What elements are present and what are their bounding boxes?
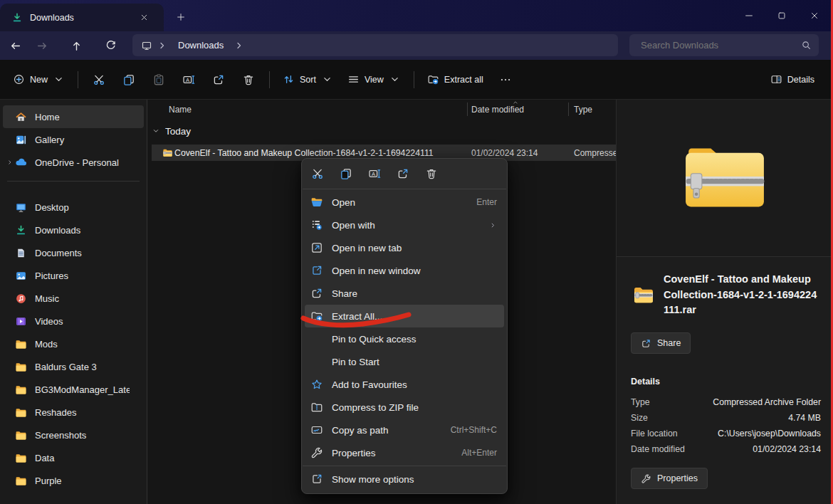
- back-icon[interactable]: [9, 40, 21, 52]
- menu-rename-button[interactable]: A: [363, 163, 386, 184]
- column-divider[interactable]: [467, 103, 468, 116]
- menu-item-share[interactable]: Share: [305, 282, 504, 305]
- new-tab-button[interactable]: [171, 7, 191, 27]
- menu-scissors-button[interactable]: [306, 163, 329, 184]
- sidebar-item-downloads[interactable]: Downloads: [3, 219, 144, 241]
- new-button[interactable]: New: [6, 67, 72, 93]
- copy-icon: [122, 73, 135, 86]
- sidebar-item-purple[interactable]: Purple: [3, 469, 144, 492]
- group-header-today[interactable]: Today: [152, 122, 191, 140]
- maximize-button[interactable]: [765, 0, 798, 31]
- properties-button-label: Properties: [657, 473, 698, 483]
- sidebar-item-onedrive-personal[interactable]: OneDrive - Personal: [3, 151, 144, 174]
- pin-icon: [130, 430, 140, 440]
- column-date-modified[interactable]: Date modified: [471, 105, 524, 115]
- sidebar-item-documents[interactable]: Documents: [3, 241, 144, 264]
- expander: [4, 294, 15, 303]
- gallery-icon: [15, 134, 27, 146]
- delete-button[interactable]: [234, 67, 263, 93]
- share-button[interactable]: [204, 67, 234, 93]
- sidebar-item-pictures[interactable]: Pictures: [3, 264, 144, 287]
- menu-item-label: Properties: [332, 448, 461, 458]
- sidebar-item-baldurs-gate-3[interactable]: Baldurs Gate 3: [3, 355, 144, 378]
- explorer-tab-downloads[interactable]: Downloads: [0, 4, 164, 31]
- sidebar-item-bg3modmanager-latest[interactable]: BG3ModManager_Latest: [3, 378, 144, 401]
- forward-icon[interactable]: [36, 40, 48, 52]
- sidebar-item-screenshots[interactable]: Screenshots: [3, 424, 144, 446]
- sidebar-item-label: Music: [35, 293, 130, 304]
- menu-separator: [303, 189, 506, 189]
- onedrive-icon: [15, 157, 27, 169]
- file-type: Compressed Archive Folder: [574, 148, 617, 158]
- paste-button[interactable]: [144, 67, 174, 93]
- menu-item-open-with[interactable]: Open with: [305, 214, 504, 236]
- share-button[interactable]: Share: [631, 332, 691, 354]
- menu-delete-button[interactable]: [420, 163, 443, 184]
- menu-item-open-in-new-tab[interactable]: Open in new tab: [305, 236, 504, 259]
- extract-all-button[interactable]: Extract all: [420, 67, 491, 93]
- menu-item-extract-all[interactable]: Extract All...: [305, 305, 504, 327]
- column-type[interactable]: Type: [574, 105, 592, 115]
- title-bar: Downloads: [0, 0, 833, 31]
- menu-item-pin-to-quick-access[interactable]: Pin to Quick access: [305, 327, 504, 350]
- sidebar-item-music[interactable]: Music: [3, 287, 144, 310]
- sidebar-item-gallery[interactable]: Gallery: [3, 128, 144, 151]
- more-options-button[interactable]: [491, 67, 520, 93]
- breadcrumb-downloads[interactable]: Downloads: [172, 40, 229, 51]
- expander: [4, 248, 15, 257]
- expander: [4, 431, 15, 439]
- chevron-right-icon: [489, 221, 497, 229]
- menu-item-compress-to-zip-file[interactable]: Compress to ZIP file: [305, 396, 504, 419]
- details-pane-toggle[interactable]: Details: [763, 67, 822, 93]
- pin-icon: [130, 384, 140, 394]
- sort-button[interactable]: Sort: [276, 67, 340, 93]
- menu-item-pin-to-start[interactable]: Pin to Start: [305, 350, 504, 373]
- up-icon[interactable]: [70, 40, 83, 52]
- expander: [4, 317, 15, 325]
- menu-item-open[interactable]: OpenEnter: [305, 191, 504, 214]
- menu-copy-button[interactable]: [335, 163, 357, 184]
- minimize-button[interactable]: [733, 0, 765, 31]
- rename-button[interactable]: A: [174, 67, 204, 93]
- compress-icon: [310, 401, 323, 414]
- sidebar-item-data[interactable]: Data: [3, 446, 144, 469]
- view-button[interactable]: View: [340, 67, 408, 93]
- menu-separator: [303, 466, 506, 466]
- new-button-label: New: [30, 75, 48, 85]
- sidebar-item-videos[interactable]: Videos: [3, 310, 144, 332]
- navigation-pane: HomeGalleryOneDrive - PersonalDesktopDow…: [0, 100, 147, 504]
- refresh-icon[interactable]: [105, 40, 117, 52]
- close-button[interactable]: [798, 0, 831, 31]
- tab-close-button[interactable]: [138, 9, 157, 27]
- expander: [4, 385, 15, 394]
- folder-icon: [15, 475, 27, 487]
- group-label: Today: [165, 126, 191, 137]
- menu-item-show-more-options[interactable]: Show more options: [305, 468, 504, 490]
- expander: [4, 158, 15, 167]
- copy-button[interactable]: [114, 67, 144, 93]
- sidebar-item-home[interactable]: Home: [3, 105, 144, 128]
- details-pane: CovenElf - Tattoo and Makeup Collection-…: [616, 100, 832, 504]
- menu-item-copy-as-path[interactable]: Copy as pathCtrl+Shift+C: [305, 419, 504, 441]
- toolbar-separator: [269, 71, 270, 88]
- address-bar[interactable]: Downloads: [132, 34, 618, 56]
- menu-item-add-to-favourites[interactable]: Add to Favourites: [305, 373, 504, 396]
- menu-item-shortcut: Enter: [476, 197, 497, 207]
- sidebar-item-mods[interactable]: Mods: [3, 332, 144, 355]
- expander: [4, 408, 15, 416]
- menu-item-label: Open: [332, 197, 476, 208]
- menu-share-button[interactable]: [392, 163, 414, 184]
- menu-item-open-in-new-window[interactable]: Open in new window: [305, 259, 504, 282]
- search-input[interactable]: [639, 39, 801, 51]
- sidebar-item-reshades[interactable]: Reshades: [3, 401, 144, 424]
- scissors-button[interactable]: [84, 67, 114, 93]
- search-box[interactable]: [629, 34, 819, 56]
- expander: [4, 362, 15, 371]
- sidebar-item-desktop[interactable]: Desktop: [3, 196, 144, 219]
- menu-item-properties[interactable]: PropertiesAlt+Enter: [305, 441, 504, 464]
- properties-button[interactable]: Properties: [631, 468, 708, 489]
- plus-icon: [176, 12, 186, 22]
- column-divider[interactable]: [568, 103, 569, 116]
- chevron-down-icon: [321, 73, 333, 85]
- column-name[interactable]: Name: [169, 105, 192, 115]
